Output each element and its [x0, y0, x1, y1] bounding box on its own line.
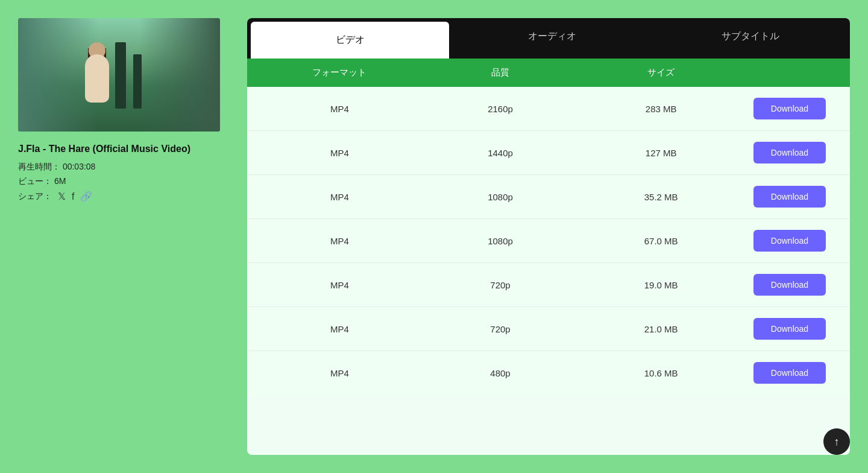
cell-quality: 1440p	[420, 148, 581, 158]
table-body: MP4 2160p 283 MB Download MP4 1440p 127 …	[247, 87, 850, 395]
cell-format: MP4	[259, 104, 420, 114]
views-value: 6M	[54, 176, 66, 186]
header-size: サイズ	[580, 67, 741, 78]
cell-download[interactable]: Download	[741, 142, 838, 163]
table-row: MP4 1080p 35.2 MB Download	[247, 175, 850, 219]
cell-size: 127 MB	[580, 148, 741, 158]
cell-quality: 480p	[420, 368, 581, 378]
table-row: MP4 1440p 127 MB Download	[247, 131, 850, 175]
table-row: MP4 480p 10.6 MB Download	[247, 351, 850, 395]
cell-download[interactable]: Download	[741, 274, 838, 296]
cell-quality: 2160p	[420, 104, 581, 114]
views-row: ビュー： 6M	[18, 176, 223, 187]
cell-download[interactable]: Download	[741, 362, 838, 384]
cell-quality: 720p	[420, 324, 581, 334]
cell-quality: 1080p	[420, 192, 581, 202]
table-row: MP4 720p 21.0 MB Download	[247, 307, 850, 351]
facebook-icon[interactable]: f	[72, 191, 74, 202]
video-title: J.Fla - The Hare (Official Music Video)	[18, 142, 223, 156]
cell-format: MP4	[259, 192, 420, 202]
download-button-1[interactable]: Download	[753, 142, 826, 163]
scroll-top-icon: ↑	[834, 436, 840, 448]
tab-audio[interactable]: オーディオ	[453, 18, 651, 59]
table-header: フォーマット 品質 サイズ	[247, 59, 850, 87]
tab-subtitle[interactable]: サブタイトル	[652, 18, 850, 59]
cell-download[interactable]: Download	[741, 318, 838, 340]
tab-bar: ビデオ オーディオ サブタイトル	[247, 18, 850, 59]
cell-format: MP4	[259, 324, 420, 334]
duration-value: 00:03:08	[63, 162, 96, 171]
cell-format: MP4	[259, 236, 420, 246]
share-label: シェア：	[18, 191, 52, 202]
cell-format: MP4	[259, 280, 420, 290]
cell-size: 21.0 MB	[580, 324, 741, 334]
download-button-5[interactable]: Download	[753, 318, 826, 340]
tab-video[interactable]: ビデオ	[251, 22, 449, 59]
download-button-4[interactable]: Download	[753, 274, 826, 296]
twitter-icon[interactable]: 𝕏	[58, 191, 66, 202]
download-button-6[interactable]: Download	[753, 362, 826, 384]
table-row: MP4 2160p 283 MB Download	[247, 87, 850, 131]
header-format: フォーマット	[259, 67, 420, 78]
header-quality: 品質	[420, 67, 581, 78]
views-label: ビュー：	[18, 176, 52, 186]
link-icon[interactable]: 🔗	[80, 191, 92, 202]
cell-size: 10.6 MB	[580, 368, 741, 378]
download-button-3[interactable]: Download	[753, 230, 826, 252]
table-row: MP4 720p 19.0 MB Download	[247, 263, 850, 307]
cell-format: MP4	[259, 148, 420, 158]
cell-size: 283 MB	[580, 104, 741, 114]
scroll-top-button[interactable]: ↑	[823, 428, 850, 455]
cell-quality: 1080p	[420, 236, 581, 246]
cell-download[interactable]: Download	[741, 186, 838, 208]
left-panel: J.Fla - The Hare (Official Music Video) …	[18, 18, 223, 455]
cell-download[interactable]: Download	[741, 230, 838, 252]
right-panel: ビデオ オーディオ サブタイトル フォーマット 品質 サイズ MP4 2160p…	[247, 18, 850, 455]
duration-label: 再生時間：	[18, 162, 60, 171]
table-row: MP4 1080p 67.0 MB Download	[247, 219, 850, 263]
cell-quality: 720p	[420, 280, 581, 290]
cell-size: 67.0 MB	[580, 236, 741, 246]
cell-download[interactable]: Download	[741, 98, 838, 119]
download-button-2[interactable]: Download	[753, 186, 826, 208]
download-button-0[interactable]: Download	[753, 98, 826, 119]
duration-row: 再生時間： 00:03:08	[18, 162, 223, 173]
share-row: シェア： 𝕏 f 🔗	[18, 191, 223, 202]
cell-format: MP4	[259, 368, 420, 378]
cell-size: 19.0 MB	[580, 280, 741, 290]
header-action	[741, 67, 838, 78]
cell-size: 35.2 MB	[580, 192, 741, 202]
video-thumbnail	[18, 18, 220, 132]
